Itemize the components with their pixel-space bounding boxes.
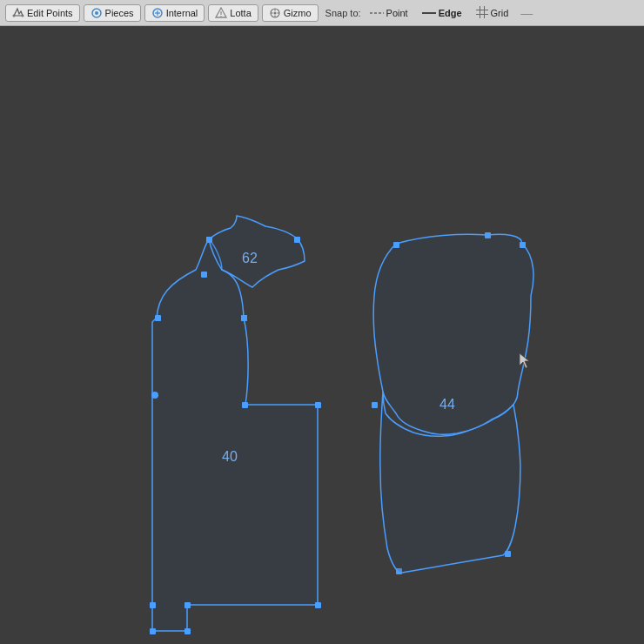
snap-grid-icon [476, 6, 488, 20]
edit-points-label: Edit Points [27, 8, 73, 18]
svg-point-9 [221, 16, 223, 17]
internal-label: Internal [166, 8, 198, 18]
snap-to-label: Snap to: [325, 8, 361, 18]
svg-rect-22 [155, 315, 161, 321]
svg-rect-37 [201, 272, 207, 278]
svg-point-11 [273, 11, 276, 14]
toolbar: Edit Points Pieces Internal [0, 0, 644, 26]
pieces-button[interactable]: Pieces [84, 4, 141, 22]
pieces-label: Pieces [105, 8, 134, 18]
svg-point-33 [151, 392, 158, 399]
pieces-icon [91, 7, 103, 19]
svg-rect-32 [150, 602, 156, 608]
snap-point-label: Point [386, 8, 408, 18]
piece-62-label: 62 [242, 251, 258, 265]
piece-40-label: 40 [222, 449, 238, 464]
svg-rect-27 [315, 402, 321, 408]
svg-rect-30 [184, 628, 191, 634]
gizmo-label: Gizmo [284, 8, 312, 18]
internal-icon [151, 7, 164, 19]
snap-point-icon [370, 8, 384, 18]
edit-points-icon [12, 7, 24, 19]
snap-grid-label: Grid [491, 8, 509, 18]
svg-rect-39 [485, 232, 491, 238]
piece-40-group: 40 [150, 237, 321, 634]
svg-rect-35 [294, 237, 300, 243]
svg-rect-26 [242, 402, 248, 408]
snap-point-option[interactable]: Point [365, 6, 413, 20]
snap-edge-icon [422, 8, 436, 18]
svg-rect-28 [315, 602, 321, 608]
edit-points-button[interactable]: Edit Points [5, 4, 80, 22]
lotta-button[interactable]: Lotta [208, 4, 258, 22]
piece-44-label: 44 [439, 397, 455, 412]
snap-edge-option[interactable]: Edge [417, 6, 467, 20]
gizmo-icon [269, 7, 281, 19]
svg-rect-40 [520, 242, 526, 248]
snap-edge-label: Edge [439, 8, 462, 18]
svg-rect-41 [372, 402, 378, 408]
internal-button[interactable]: Internal [144, 4, 205, 22]
pattern-canvas: 40 62 44 [0, 26, 644, 644]
svg-point-1 [22, 14, 24, 17]
canvas-area[interactable]: 40 62 44 [0, 26, 644, 644]
svg-point-0 [13, 14, 16, 17]
lotta-icon [215, 7, 227, 19]
svg-rect-31 [150, 628, 156, 634]
svg-point-3 [95, 11, 98, 15]
svg-rect-34 [206, 237, 212, 243]
toolbar-extra: — [520, 6, 533, 20]
svg-rect-38 [393, 242, 399, 248]
gizmo-button[interactable]: Gizmo [262, 4, 319, 22]
snap-grid-option[interactable]: Grid [471, 4, 514, 22]
lotta-label: Lotta [230, 8, 251, 18]
svg-rect-29 [184, 602, 191, 608]
svg-rect-36 [241, 315, 247, 321]
piece-44-group: 44 [372, 232, 533, 574]
